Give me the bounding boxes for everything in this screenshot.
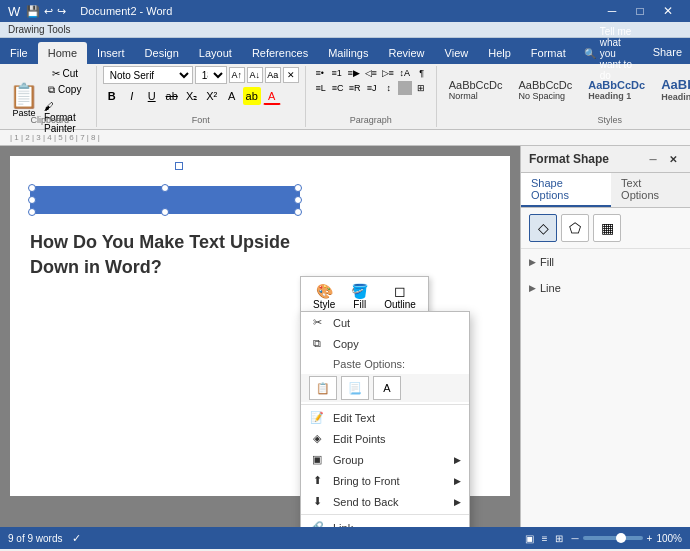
fill-line-icon-btn[interactable]: ◇ [529, 214, 557, 242]
tab-view[interactable]: View [435, 42, 479, 64]
ctx-copy[interactable]: ⧉ Copy [301, 333, 469, 354]
handle-bottom-center[interactable] [161, 208, 169, 216]
font-size-select[interactable]: 18.5 [195, 66, 227, 84]
doc-area: How Do You Make Text UpsideDown in Word?… [0, 146, 520, 527]
sort-button[interactable]: ↕A [397, 66, 413, 80]
minimize-button[interactable]: ─ [598, 0, 626, 22]
text-box[interactable] [30, 186, 300, 214]
handle-top-right[interactable] [294, 184, 302, 192]
style-no-spacing[interactable]: AaBbCcDcNo Spacing [512, 77, 578, 103]
ctx-cut[interactable]: ✂ Cut [301, 312, 469, 333]
subscript-button[interactable]: X₂ [183, 87, 201, 105]
clear-format-button[interactable]: ✕ [283, 67, 299, 83]
fill-section-item[interactable]: ▶ Fill [529, 253, 682, 271]
italic-button[interactable]: I [123, 87, 141, 105]
style-heading1[interactable]: AaBbCcDcHeading 1 [582, 77, 651, 103]
ctx-edit-text[interactable]: 📝 Edit Text [301, 407, 469, 428]
tab-file[interactable]: File [0, 42, 38, 64]
text-highlight-button[interactable]: ab [243, 87, 261, 105]
ctx-edit-points[interactable]: ◈ Edit Points [301, 428, 469, 449]
tab-text-options[interactable]: Text Options [611, 173, 690, 207]
ctx-group[interactable]: ▣ Group ▶ [301, 449, 469, 470]
redo-icon[interactable]: ↪ [57, 5, 66, 18]
paste-opt-1[interactable]: 📋 [309, 376, 337, 400]
tab-format[interactable]: Format [521, 42, 576, 64]
cut-button[interactable]: ✂ Cut [40, 66, 90, 81]
fill-mini-button[interactable]: 🪣 Fill [345, 281, 374, 312]
zoom-out-button[interactable]: ─ [571, 533, 578, 544]
tab-insert[interactable]: Insert [87, 42, 135, 64]
show-hide-button[interactable]: ¶ [414, 66, 430, 80]
change-case-button[interactable]: Aa [265, 67, 281, 83]
tab-shape-options[interactable]: Shape Options [521, 173, 611, 207]
font-color-button[interactable]: A [263, 87, 281, 105]
read-mode-icon[interactable]: ≡ [542, 533, 548, 544]
paste-opt-2[interactable]: 📃 [341, 376, 369, 400]
tab-design[interactable]: Design [135, 42, 189, 64]
zoom-in-button[interactable]: + [647, 533, 653, 544]
line-section-label: Line [540, 282, 561, 294]
tab-review[interactable]: Review [379, 42, 435, 64]
font-shrink-button[interactable]: A↓ [247, 67, 263, 83]
ctx-link[interactable]: 🔗 Link [301, 517, 469, 527]
zoom-bar [583, 536, 643, 540]
title-bar-controls[interactable]: ─ □ ✕ [598, 0, 682, 22]
style-heading2[interactable]: AaBbHeading 2 [655, 75, 690, 104]
close-button[interactable]: ✕ [654, 0, 682, 22]
handle-bottom-right[interactable] [294, 208, 302, 216]
ctx-bring-front[interactable]: ⬆ Bring to Front ▶ [301, 470, 469, 491]
style-normal[interactable]: AaBbCcDcNormal [443, 77, 509, 103]
layout-view-icon[interactable]: ▣ [525, 533, 534, 544]
handle-mid-right[interactable] [294, 196, 302, 204]
spelling-icon[interactable]: ✓ [72, 532, 81, 545]
tab-layout[interactable]: Layout [189, 42, 242, 64]
increase-indent-button[interactable]: ▷≡ [380, 66, 396, 80]
align-right-button[interactable]: ≡R [347, 81, 363, 95]
outline-mini-button[interactable]: ◻ Outline [378, 281, 422, 312]
handle-mid-left[interactable] [28, 196, 36, 204]
decrease-indent-button[interactable]: ◁≡ [363, 66, 379, 80]
edit-points-icon: ◈ [309, 432, 325, 445]
effects-icon-btn[interactable]: ⬠ [561, 214, 589, 242]
tab-home[interactable]: Home [38, 42, 87, 64]
ribbon-group-font: Noto Serif 18.5 A↑ A↓ Aa ✕ B I U ab X₂ X… [97, 66, 306, 127]
underline-button[interactable]: U [143, 87, 161, 105]
tab-references[interactable]: References [242, 42, 318, 64]
web-view-icon[interactable]: ⊞ [555, 533, 563, 544]
handle-bottom-left[interactable] [28, 208, 36, 216]
strikethrough-button[interactable]: ab [163, 87, 181, 105]
text-effects-button[interactable]: A [223, 87, 241, 105]
panel-close-button[interactable]: ✕ [664, 150, 682, 168]
copy-button[interactable]: ⧉ Copy [40, 82, 90, 98]
paste-opt-3[interactable]: A [373, 376, 401, 400]
align-left-button[interactable]: ≡L [313, 81, 329, 95]
tab-help[interactable]: Help [478, 42, 521, 64]
tab-mailings[interactable]: Mailings [318, 42, 378, 64]
style-mini-button[interactable]: 🎨 Style [307, 281, 341, 312]
bullets-button[interactable]: ≡• [312, 66, 328, 80]
numbering-button[interactable]: ≡1 [329, 66, 345, 80]
panel-title-bar: Format Shape ─ ✕ [521, 146, 690, 173]
rotate-handle[interactable] [175, 162, 183, 170]
shading-button[interactable] [398, 81, 412, 95]
handle-top-center[interactable] [161, 184, 169, 192]
ctx-send-back[interactable]: ⬇ Send to Back ▶ [301, 491, 469, 512]
multilevel-button[interactable]: ≡▶ [346, 66, 362, 80]
save-icon[interactable]: 💾 [26, 5, 40, 18]
justify-button[interactable]: ≡J [364, 81, 380, 95]
line-section-item[interactable]: ▶ Line [529, 279, 682, 297]
borders-button[interactable]: ⊞ [413, 81, 429, 95]
panel-collapse-button[interactable]: ─ [644, 150, 662, 168]
handle-top-left[interactable] [28, 184, 36, 192]
superscript-button[interactable]: X² [203, 87, 221, 105]
share-button[interactable]: Share [645, 42, 690, 64]
layout-icon-btn[interactable]: ▦ [593, 214, 621, 242]
styles-label: Styles [598, 115, 623, 125]
align-center-button[interactable]: ≡C [330, 81, 346, 95]
font-grow-button[interactable]: A↑ [229, 67, 245, 83]
font-name-select[interactable]: Noto Serif [103, 66, 193, 84]
bold-button[interactable]: B [103, 87, 121, 105]
line-spacing-button[interactable]: ↕ [381, 81, 397, 95]
undo-icon[interactable]: ↩ [44, 5, 53, 18]
maximize-button[interactable]: □ [626, 0, 654, 22]
